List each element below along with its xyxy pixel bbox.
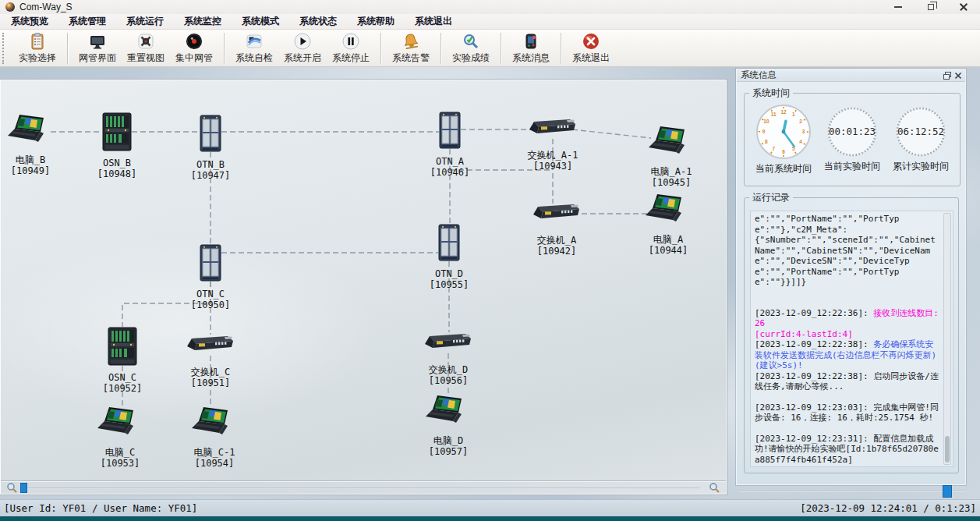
float-window-icon [943, 72, 951, 80]
panel-slider-handle[interactable] [943, 485, 952, 498]
node-10949[interactable]: 电脑_B[10949] [1, 114, 77, 176]
node-10944[interactable]: 电脑_A[10944] [621, 193, 715, 256]
svg-text:12: 12 [780, 109, 787, 115]
zoom-slider-handle[interactable] [20, 483, 27, 493]
node-label: 电脑_A-1 [651, 166, 692, 177]
panel-slider-track[interactable] [739, 491, 966, 492]
node-label: 交换机_C [191, 367, 230, 377]
svg-text:7: 7 [772, 146, 775, 151]
node-10948[interactable]: OSN_B[10948] [70, 112, 164, 179]
menu-item-status[interactable]: 系统状态 [295, 13, 346, 30]
toolbar-button-nms-ui[interactable]: 网管界面 [73, 31, 122, 66]
node-id: [10957] [429, 446, 469, 457]
log-entry: [2023-12-09_12:23:31]: 配置信息加载成功!请愉快的开始实验… [755, 434, 940, 466]
log-view[interactable]: 870","BuildName":"","RoomFirstName":"组装机… [755, 213, 940, 465]
canvas-zoom-bar [1, 480, 726, 494]
log-entry: [2023-12-09_12:22:36]: 接收到连线数目:26 [currI… [755, 308, 940, 340]
toolbar-button-label: 系统告警 [392, 51, 430, 65]
toolbar-button-label: 重置视图 [127, 51, 165, 65]
toolbar-button-score[interactable]: 实验成绩 [447, 31, 495, 66]
toolbar-button-central-nms[interactable]: 集中网管 [170, 31, 218, 66]
analog-clock-icon: 123456789101112 [755, 103, 812, 161]
zoom-in-magnifier-icon[interactable] [709, 482, 720, 494]
menu-item-manage[interactable]: 系统管理 [64, 13, 115, 30]
otn-device-icon [200, 244, 221, 282]
node-id: [10949] [11, 165, 51, 176]
node-10954[interactable]: 电脑_C-1[10954] [168, 406, 261, 469]
menu-item-preview[interactable]: 系统预览 [6, 13, 58, 30]
toolbar-separator [380, 33, 381, 64]
maximize-button[interactable] [915, 0, 947, 14]
toolbar-button-label: 集中网管 [175, 51, 213, 65]
run-log-group: 运行记录 870","BuildName":"","RoomFirstName"… [744, 191, 959, 473]
menu-item-exit[interactable]: 系统退出 [410, 13, 462, 30]
zoom-slider-track[interactable] [27, 487, 699, 489]
toolbar-drag-handle[interactable] [2, 33, 7, 64]
node-id: [10955] [430, 279, 469, 290]
node-10942[interactable]: 交换机_A[10942] [510, 202, 603, 257]
menu-item-help[interactable]: 系统帮助 [352, 13, 404, 30]
node-10955[interactable]: OTN_D[10955] [402, 224, 496, 290]
toolbar-button-exit[interactable]: 系统退出 [567, 31, 615, 66]
topology-canvas[interactable]: 电脑_B[10949]OSN_B[10948]OTN_B[10947]OTN_A… [0, 80, 727, 494]
panel-float-button[interactable] [942, 70, 953, 81]
clock-label: 当前实验时间 [824, 160, 880, 173]
node-10956[interactable]: 交换机_D[10956] [402, 331, 495, 386]
log-message: 870","BuildName":"","RoomFirstName":"组装机… [755, 213, 939, 287]
digital-clock-icon: 00:01:23 [826, 105, 879, 158]
node-10947[interactable]: OTN_B[10947] [164, 115, 257, 181]
message-icon [522, 31, 541, 51]
svg-text:4: 4 [799, 139, 802, 144]
log-scrollbar[interactable] [943, 213, 951, 465]
zoom-out-magnifier-icon[interactable] [6, 482, 18, 494]
menu-item-mode[interactable]: 系统模式 [237, 13, 288, 30]
node-id: [10956] [429, 375, 469, 386]
main-area: 电脑_B[10949]OSN_B[10948]OTN_B[10947]OTN_A… [0, 67, 980, 499]
log-timestamp: [2023-12-09_12:22:38]: [755, 371, 873, 381]
play-icon [293, 31, 313, 51]
toolbar-groups: 实验选择网管界面重置视图集中网管系统自检系统开启系统停止系统告警实验成绩系统消息… [10, 30, 618, 66]
node-id: [10944] [649, 245, 688, 256]
node-10945[interactable]: 电脑_A-1[10945] [624, 126, 718, 188]
toolbar-button-reset-view[interactable]: 重置视图 [122, 31, 170, 66]
toolbar-button-sys-start[interactable]: 系统开启 [278, 31, 327, 66]
minimize-button[interactable] [882, 0, 915, 14]
node-label: 电脑_A [653, 234, 683, 245]
node-label: OSN_C [108, 372, 136, 383]
node-10950[interactable]: OTN_C[10950] [164, 244, 257, 310]
svg-text:6: 6 [782, 149, 785, 154]
toolbar-button-self-check[interactable]: 系统自检 [230, 31, 278, 66]
laptop-device-icon [97, 406, 143, 438]
node-10946[interactable]: OTN_A[10946] [403, 112, 497, 178]
toolbar-button-label: 系统退出 [572, 51, 610, 65]
node-10957[interactable]: 电脑_D[10957] [402, 395, 495, 457]
toolbar-button-alarm[interactable]: 系统告警 [387, 31, 435, 66]
close-button[interactable] [947, 0, 980, 14]
log-scrollbar-thumb[interactable] [945, 436, 950, 463]
switch-device-icon [528, 117, 578, 139]
digital-clock-icon: 06:12:52 [894, 105, 947, 158]
node-10953[interactable]: 电脑_C[10953] [73, 406, 167, 469]
statusbar-time-info: [2023-12-09 12:24:01 / 0:1:23] [800, 502, 976, 514]
node-10952[interactable]: OSN_C[10952] [76, 327, 169, 394]
log-entry: [2023-12-09_12:23:03]: 完成集中网管!同步设备: 16，连… [755, 402, 940, 424]
node-10951[interactable]: 交换机_C[10951] [164, 334, 257, 388]
laptop-device-icon [426, 395, 471, 426]
menu-item-run[interactable]: 系统运行 [122, 13, 173, 30]
menu-item-monitor[interactable]: 系统监控 [179, 13, 231, 30]
topology-view[interactable]: 电脑_B[10949]OSN_B[10948]OTN_B[10947]OTN_A… [1, 80, 726, 480]
toolbar-button-exp-select[interactable]: 实验选择 [13, 31, 62, 66]
log-entry: 870","BuildName":"","RoomFirstName":"组装机… [755, 213, 940, 288]
toolbar-separator [501, 33, 501, 64]
self-check-icon [245, 31, 264, 51]
node-label: OSN_B [103, 158, 131, 168]
panel-close-button[interactable] [953, 70, 964, 81]
close-icon [960, 3, 968, 11]
node-10943[interactable]: 交换机_A-1[10943] [506, 117, 600, 172]
toolbar-button-sys-stop[interactable]: 系统停止 [327, 31, 375, 66]
system-time-group-label: 系统时间 [749, 87, 793, 100]
otn-device-icon [200, 115, 221, 152]
toolbar-button-messages[interactable]: 系统消息 [507, 31, 555, 66]
monitor-icon [88, 31, 108, 51]
node-id: [10946] [430, 167, 470, 178]
